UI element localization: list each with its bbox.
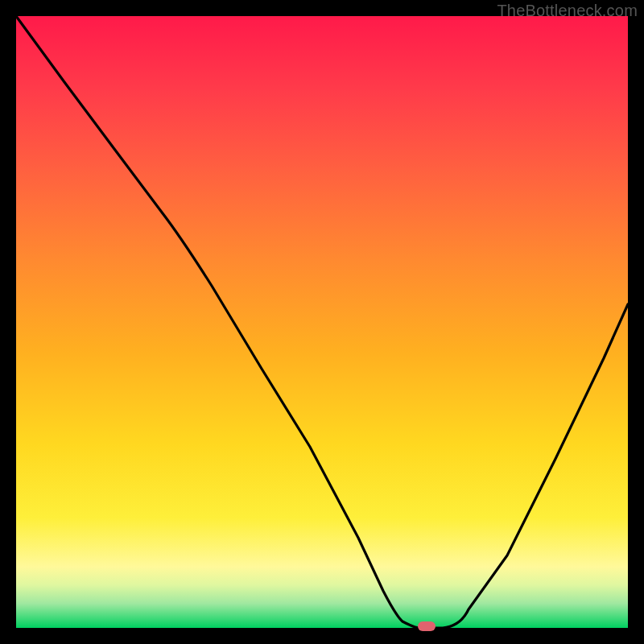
optimal-marker [418, 621, 436, 631]
bottleneck-curve [16, 16, 628, 628]
curve-path [16, 16, 628, 628]
chart-frame: TheBottleneck.com [0, 0, 644, 644]
plot-area [16, 16, 628, 628]
